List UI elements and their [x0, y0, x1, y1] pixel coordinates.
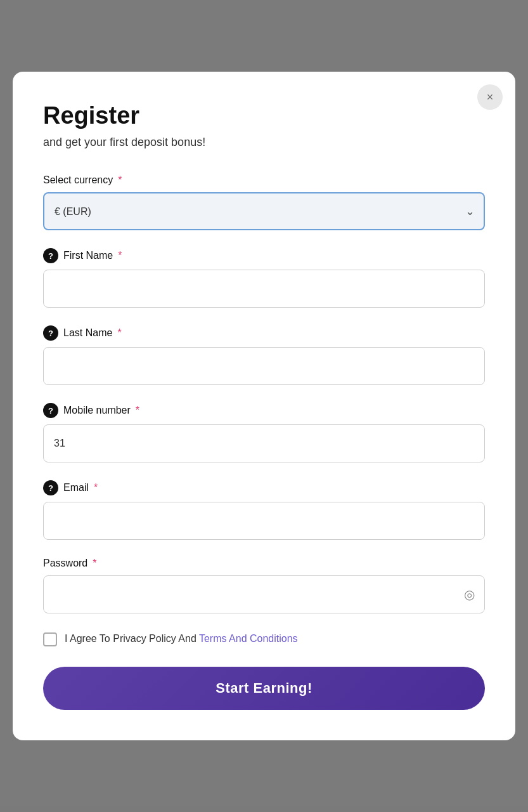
password-label-text: Password	[43, 558, 87, 569]
last-name-label: ? Last Name*	[43, 325, 485, 341]
close-button[interactable]: ×	[477, 84, 503, 110]
email-group: ? Email*	[43, 480, 485, 540]
agree-text-before: I Agree To Privacy Policy And	[65, 633, 199, 644]
currency-select[interactable]: € (EUR) $ (USD) £ (GBP) ¥ (JPY)	[43, 192, 485, 230]
currency-select-wrapper: € (EUR) $ (USD) £ (GBP) ¥ (JPY) ⌄	[43, 192, 485, 230]
mobile-group: ? Mobile number*	[43, 403, 485, 462]
email-label-text: Email	[63, 482, 89, 494]
first-name-label-text: First Name	[63, 250, 113, 261]
mobile-label: ? Mobile number*	[43, 403, 485, 418]
currency-group: Select currency* € (EUR) $ (USD) £ (GBP)…	[43, 174, 485, 230]
page-background: × Register and get your first deposit bo…	[0, 0, 528, 812]
currency-required-star: *	[118, 174, 122, 186]
mobile-required-star: *	[136, 405, 139, 416]
password-group: Password* ◎	[43, 558, 485, 613]
last-name-group: ? Last Name*	[43, 325, 485, 385]
agree-checkbox[interactable]	[43, 632, 57, 646]
mobile-help-icon[interactable]: ?	[43, 403, 58, 418]
eye-icon[interactable]: ◎	[464, 587, 475, 602]
last-name-required-star: *	[117, 327, 121, 339]
email-input[interactable]	[43, 502, 485, 540]
password-required-star: *	[93, 558, 96, 569]
agree-group: I Agree To Privacy Policy And Terms And …	[43, 631, 485, 646]
currency-label: Select currency*	[43, 174, 485, 186]
modal-subtitle: and get your first deposit bonus!	[43, 136, 485, 149]
first-name-required-star: *	[118, 250, 122, 261]
currency-label-text: Select currency	[43, 174, 113, 186]
mobile-label-text: Mobile number	[63, 405, 131, 416]
email-label: ? Email*	[43, 480, 485, 495]
first-name-input[interactable]	[43, 270, 485, 308]
first-name-group: ? First Name*	[43, 248, 485, 308]
last-name-input[interactable]	[43, 347, 485, 385]
last-name-help-icon[interactable]: ?	[43, 325, 58, 341]
last-name-label-text: Last Name	[63, 327, 112, 339]
mobile-input[interactable]	[43, 424, 485, 462]
register-modal: × Register and get your first deposit bo…	[13, 72, 515, 740]
first-name-help-icon[interactable]: ?	[43, 248, 58, 263]
modal-title: Register	[43, 102, 485, 129]
submit-label: Start Earning!	[216, 680, 312, 696]
first-name-label: ? First Name*	[43, 248, 485, 263]
password-label: Password*	[43, 558, 485, 569]
submit-button[interactable]: Start Earning!	[43, 667, 485, 710]
terms-link[interactable]: Terms And Conditions	[199, 633, 298, 644]
email-required-star: *	[94, 482, 98, 494]
email-help-icon[interactable]: ?	[43, 480, 58, 495]
password-wrapper: ◎	[43, 575, 485, 613]
close-icon: ×	[487, 91, 494, 104]
password-input[interactable]	[43, 575, 485, 613]
agree-label: I Agree To Privacy Policy And Terms And …	[65, 631, 298, 646]
